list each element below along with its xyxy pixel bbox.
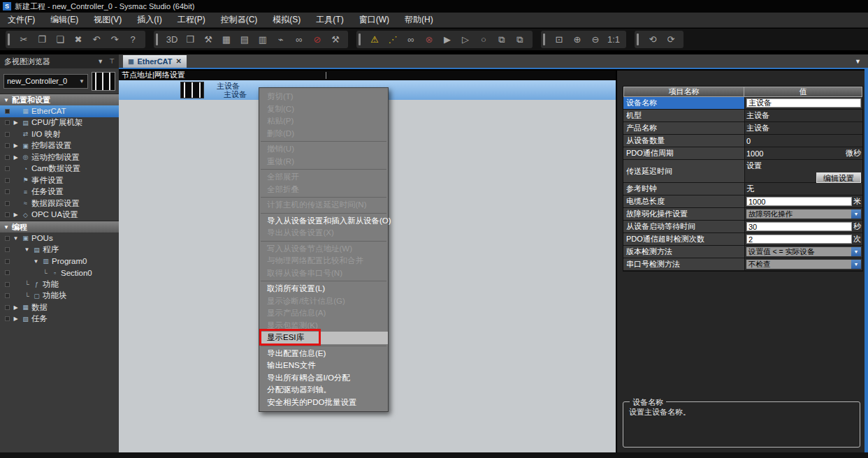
monitor-window-icon[interactable]: ⧉ [493, 31, 510, 48]
menu-item-6[interactable]: 模拟(S) [265, 13, 308, 27]
sidebar-item-program0[interactable]: ▼▥Program0 [0, 256, 119, 267]
chevron-down-icon[interactable]: ▼ [851, 247, 861, 257]
section-header-1[interactable]: ▼编程 [0, 221, 119, 232]
variable-table-icon[interactable]: ▦ [218, 31, 235, 48]
menu-item-0[interactable]: 文件(F) [0, 13, 43, 27]
sidebar-item--[interactable]: ▶▣控制器设置 [0, 140, 119, 152]
cut-icon[interactable]: ✂ [15, 31, 32, 48]
tree-expander-right-icon[interactable]: ▶ [12, 154, 20, 161]
offline-compare-icon[interactable]: ⊗ [421, 31, 437, 48]
section-header-0[interactable]: ▼配置和设置 [0, 94, 119, 105]
property-dropdown[interactable]: 设置值 < = 实际设备▼ [746, 247, 861, 257]
tree-expander-down-icon[interactable]: ▼ [12, 235, 20, 242]
monitor-window2-icon[interactable]: ⧉ [512, 31, 528, 48]
menu-item-8[interactable]: 窗口(W) [352, 13, 397, 27]
zoom-fit-icon[interactable]: ⊡ [551, 31, 567, 48]
toolbar-grip[interactable] [637, 34, 639, 45]
check-programs-icon[interactable]: ⚠ [366, 31, 383, 48]
tree-expander-right-icon[interactable]: ▶ [12, 119, 20, 126]
io-map-table-icon[interactable]: ▤ [236, 31, 253, 48]
abort-icon[interactable]: ⊘ [309, 31, 326, 48]
sidebar-item--[interactable]: ≈数据跟踪设置 [0, 198, 119, 209]
tab-list-caret-icon[interactable]: ▼ [855, 58, 861, 65]
paste-icon[interactable]: ❏ [52, 31, 68, 48]
chevron-down-icon[interactable]: ▼ [97, 58, 103, 65]
controller-select[interactable]: new_Controller_0 ▼ [3, 74, 88, 89]
sidebar-item--[interactable]: ▶▦数据 [0, 302, 119, 313]
3d-view-icon[interactable]: 3D [164, 31, 180, 48]
edit-settings-button[interactable]: 编辑设置 [816, 172, 861, 183]
sidebar-item-cpu-[interactable]: ▶▤CPU/扩展机架 [0, 117, 119, 129]
sidebar-item--[interactable]: ≡任务设置 [0, 186, 119, 198]
chevron-down-icon[interactable]: ▼ [851, 209, 861, 219]
rotate-ccw-icon[interactable]: ⟲ [644, 31, 661, 48]
stop-simulation-icon[interactable]: ○ [475, 31, 492, 48]
context-menu-item-27[interactable]: 输出ENS文件 [259, 360, 388, 372]
ladder-icon[interactable]: ⌁ [273, 31, 289, 48]
context-menu-item-20[interactable]: 取消所有设置(L) [259, 283, 388, 295]
property-input-field[interactable] [746, 98, 861, 108]
zoom-in-icon[interactable]: ⊕ [569, 31, 586, 48]
sidebar-item--[interactable]: ⚑事件设置 [0, 175, 119, 186]
context-menu-item-30[interactable]: 安全相关的PDO批量设置 [259, 397, 388, 409]
cascade-windows-icon[interactable]: ❒ [182, 31, 198, 48]
tree-expander-right-icon[interactable]: ▶ [12, 212, 20, 218]
property-input-field[interactable] [746, 235, 852, 244]
toolbar-grip[interactable] [156, 34, 158, 45]
menu-item-2[interactable]: 视图(V) [86, 13, 129, 27]
pin-icon[interactable]: ⊤ [109, 58, 115, 65]
chevron-down-icon[interactable]: ▼ [851, 260, 861, 269]
sidebar-item-section0[interactable]: └▫Section0 [0, 267, 119, 279]
rebuild-icon[interactable]: ⋰ [384, 31, 401, 48]
context-menu-item-29[interactable]: 分配驱动器到轴。 [259, 384, 388, 397]
menu-item-7[interactable]: 工具(T) [308, 13, 351, 27]
check-selected-icon[interactable]: ∞ [403, 31, 419, 48]
property-dropdown[interactable]: 不检查▼ [746, 260, 861, 269]
copy-icon[interactable]: ❐ [34, 31, 50, 48]
sidebar-item-opc-ua-[interactable]: ▶◇OPC UA设置 [0, 209, 119, 221]
property-dropdown[interactable]: 故障弱化操作▼ [746, 209, 861, 219]
build-icon[interactable]: ⚒ [200, 31, 217, 48]
menu-item-5[interactable]: 控制器(C) [213, 13, 266, 27]
sidebar-item-i-o-[interactable]: ⇄I/O 映射 [0, 128, 119, 140]
sidebar-item--[interactable]: └▢功能块 [0, 290, 119, 302]
sidebar-item--[interactable]: ▼▤程序 [0, 244, 119, 256]
tab-close-icon[interactable]: ✕ [175, 57, 181, 65]
sidebar-item--[interactable]: └ƒ功能 [0, 279, 119, 290]
sidebar-item-cam-[interactable]: ◔Cam数据设置 [0, 163, 119, 175]
sidebar-item--[interactable]: ▶▧任务 [0, 313, 119, 325]
search-icon[interactable]: ∞ [291, 31, 308, 48]
sidebar-item-ethercat[interactable]: ▦EtherCAT [0, 105, 119, 117]
delete-icon[interactable]: ✖ [70, 31, 87, 48]
toolbar-grip[interactable] [359, 34, 361, 45]
menu-item-1[interactable]: 编辑(E) [43, 13, 86, 27]
zoom-100-icon[interactable]: 1:1 [605, 31, 622, 48]
menu-item-4[interactable]: 工程(P) [170, 13, 213, 27]
help-icon[interactable]: ? [124, 31, 141, 48]
sidebar-item--[interactable]: ▶◎运动控制设置 [0, 152, 119, 163]
context-menu-item-24[interactable]: 显示ESI库 [259, 332, 388, 344]
rotate-cw-icon[interactable]: ⟳ [663, 31, 679, 48]
tree-expander-down-icon[interactable]: ▼ [23, 246, 31, 253]
watch-table-icon[interactable]: ▥ [254, 31, 271, 48]
run-simulation-icon[interactable]: ▶ [439, 31, 456, 48]
property-input-field[interactable] [746, 222, 852, 231]
menu-item-3[interactable]: 插入(I) [129, 13, 169, 27]
step-run-icon[interactable]: ▷ [457, 31, 474, 48]
toolbar-grip[interactable] [543, 34, 545, 45]
tool-icon[interactable]: ⚒ [327, 31, 344, 48]
redo-icon[interactable]: ↷ [106, 31, 123, 48]
sidebar-item-pous[interactable]: ▼▣POUs [0, 232, 119, 244]
tree-expander-right-icon[interactable]: ▶ [12, 316, 20, 322]
context-menu-item-26[interactable]: 导出配置信息(E) [259, 348, 388, 360]
toolbar-grip[interactable] [8, 34, 10, 45]
undo-icon[interactable]: ↶ [88, 31, 105, 48]
zoom-out-icon[interactable]: ⊖ [587, 31, 604, 48]
property-input-field[interactable] [746, 197, 852, 206]
tree-expander-right-icon[interactable]: ▶ [12, 304, 20, 311]
context-menu-item-13[interactable]: 导入从设备设置和插入新从设备(O) [259, 215, 388, 228]
menu-item-9[interactable]: 帮助(H) [397, 13, 441, 27]
context-menu-item-28[interactable]: 导出所有耦合器I/O分配 [259, 372, 388, 385]
tab-ethercat[interactable]: ▦ EtherCAT ✕ [123, 55, 187, 68]
tree-expander-right-icon[interactable]: ▶ [12, 142, 20, 149]
